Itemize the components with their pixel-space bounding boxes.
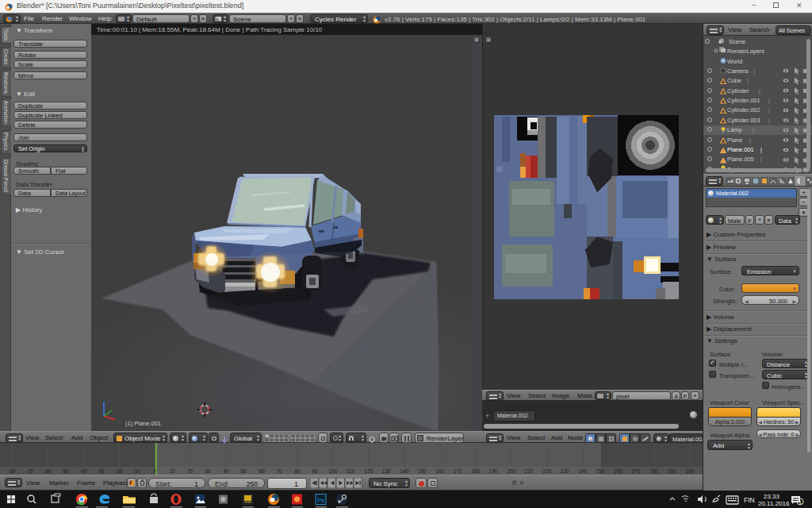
- svg-text:Cylinder.001: Cylinder.001: [727, 97, 760, 104]
- svg-text:90: 90: [312, 468, 318, 474]
- svg-text:|: |: [753, 68, 755, 75]
- svg-text:170: 170: [454, 468, 462, 474]
- svg-text:Plane.001: Plane.001: [727, 146, 754, 153]
- svg-text:Ps: Ps: [317, 497, 324, 504]
- svg-text:-70: -70: [25, 468, 33, 474]
- svg-text:140: 140: [400, 468, 409, 474]
- svg-text:300: 300: [686, 468, 695, 474]
- svg-text:Lamp: Lamp: [727, 126, 742, 133]
- svg-text:250: 250: [596, 468, 605, 474]
- svg-text:-20: -20: [115, 468, 123, 474]
- svg-text:Plane: Plane: [727, 137, 742, 144]
- svg-text:70: 70: [276, 468, 282, 474]
- svg-text:-60: -60: [44, 468, 52, 474]
- svg-text:|: |: [759, 88, 760, 94]
- svg-text:20.11.2016: 20.11.2016: [758, 500, 790, 507]
- svg-text:|: |: [749, 137, 751, 144]
- svg-text:280: 280: [650, 468, 659, 474]
- svg-text:Scene: Scene: [729, 38, 745, 45]
- svg-text:190: 190: [489, 468, 498, 474]
- svg-text:1: 1: [799, 500, 802, 505]
- svg-text:210: 210: [525, 468, 534, 474]
- svg-text:40: 40: [223, 468, 229, 474]
- svg-text:120: 120: [365, 468, 373, 474]
- svg-text:Cylinder.002: Cylinder.002: [727, 106, 760, 114]
- svg-text:270: 270: [632, 468, 641, 474]
- svg-text:|: |: [768, 98, 770, 104]
- svg-text:0: 0: [153, 468, 156, 474]
- svg-text:FIN: FIN: [744, 496, 755, 504]
- svg-text:|: |: [760, 156, 762, 163]
- svg-text:Cylinder.003: Cylinder.003: [727, 117, 760, 124]
- svg-text:Camera: Camera: [727, 67, 749, 75]
- svg-text:23.33: 23.33: [764, 493, 780, 500]
- svg-text:180: 180: [472, 468, 481, 474]
- svg-text:110: 110: [347, 468, 355, 474]
- svg-text:150: 150: [418, 468, 427, 474]
- svg-text:260: 260: [615, 468, 623, 474]
- svg-text:130: 130: [382, 468, 391, 474]
- svg-text:290: 290: [668, 468, 676, 474]
- svg-text:30: 30: [205, 468, 211, 474]
- svg-text:230: 230: [561, 468, 569, 474]
- svg-text:60: 60: [259, 468, 265, 474]
- svg-text:|: |: [768, 117, 770, 124]
- svg-text:10: 10: [169, 468, 175, 474]
- svg-text:-30: -30: [97, 468, 105, 474]
- svg-text:-80: -80: [8, 468, 16, 474]
- svg-text:100: 100: [329, 468, 338, 474]
- svg-text:Plane.005: Plane.005: [727, 156, 754, 163]
- svg-text:-10: -10: [132, 468, 140, 474]
- svg-text:-50: -50: [61, 468, 69, 474]
- svg-text:|: |: [760, 147, 762, 153]
- svg-text:|: |: [747, 78, 749, 84]
- svg-text:World: World: [727, 58, 742, 65]
- svg-text:Cube: Cube: [727, 77, 741, 84]
- svg-text:20: 20: [187, 468, 193, 474]
- svg-text:Cylinder: Cylinder: [727, 87, 749, 94]
- svg-text:160: 160: [436, 468, 445, 474]
- svg-text:RenderLayers: RenderLayers: [727, 48, 764, 55]
- svg-text:|: |: [768, 107, 770, 114]
- svg-text:-40: -40: [79, 468, 87, 474]
- svg-text:240: 240: [579, 468, 588, 474]
- svg-text:80: 80: [294, 468, 301, 474]
- svg-text:50: 50: [240, 468, 247, 474]
- svg-text:220: 220: [543, 468, 552, 474]
- svg-text:|: |: [753, 127, 754, 133]
- svg-text:200: 200: [508, 468, 516, 474]
